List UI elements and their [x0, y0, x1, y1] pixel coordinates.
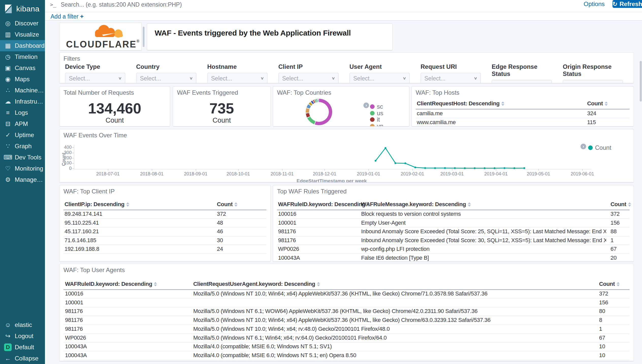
table-cell: 30: [217, 236, 223, 245]
table-cell: 100043A: [278, 254, 300, 262]
row-divider: [277, 254, 630, 254]
data-point[interactable]: [424, 167, 426, 169]
filter-select-origin-response-status[interactable]: Select...∨: [563, 80, 623, 83]
sidebar-item-uptime[interactable]: ✓Uptime: [0, 129, 45, 141]
filter-select-edge-response-status[interactable]: Select...∨: [492, 80, 552, 83]
data-point[interactable]: [523, 167, 525, 169]
table-cell: 100043A: [65, 351, 87, 360]
table-cell: 372: [599, 289, 608, 298]
monitoring-icon: ♡: [4, 165, 12, 172]
sidebar-item-label: elastic: [15, 321, 45, 328]
sidebar-item-label: Dev Tools: [15, 154, 45, 161]
data-point[interactable]: [405, 162, 406, 164]
sidebar-item-visualize[interactable]: ▥Visualize: [0, 29, 45, 40]
data-point[interactable]: [454, 167, 456, 169]
refresh-icon: ↻: [612, 1, 617, 8]
sort-icon[interactable]: [468, 202, 471, 207]
sidebar-item-label: Canvas: [15, 64, 45, 72]
data-point[interactable]: [464, 167, 466, 169]
sidebar-item-management[interactable]: ⚙Management: [0, 174, 45, 185]
dashboard-icon: ▦: [4, 42, 12, 49]
data-point[interactable]: [474, 167, 476, 169]
legend-expand-icon[interactable]: ›: [581, 144, 586, 149]
chevron-down-icon: ∨: [545, 83, 549, 83]
sidebar-item-machine-le[interactable]: ∴Machine Le...: [0, 85, 45, 96]
filter-label: Request URI: [421, 63, 487, 70]
table-cell: 67: [599, 334, 605, 342]
page-scrollbar[interactable]: [640, 61, 642, 102]
add-filter-button[interactable]: Add a filter +: [51, 13, 84, 20]
column-header-count[interactable]: Count: [599, 281, 620, 287]
x-tick-label: 2018-11-01: [264, 171, 300, 177]
sidebar-item-logout[interactable]: ↪Logout: [0, 330, 45, 342]
legend-item-us[interactable]: us: [370, 110, 383, 117]
column-header-count[interactable]: Count: [611, 201, 631, 208]
data-point[interactable]: [414, 167, 416, 168]
sort-icon[interactable]: [234, 202, 237, 207]
data-point[interactable]: [375, 160, 376, 162]
kibana-home-link[interactable]: kibana: [0, 0, 45, 18]
sidebar-item-timelion[interactable]: ◷Timelion: [0, 51, 45, 62]
options-button[interactable]: Options: [576, 0, 612, 8]
filter-select-client-ip[interactable]: Select...∨: [278, 73, 339, 83]
sidebar-item-graph[interactable]: ∵Graph: [0, 141, 45, 152]
column-header-wafruleid-keyword-descending[interactable]: WAFRuleID.keyword: Descending: [278, 201, 370, 208]
column-header-count[interactable]: Count: [217, 201, 237, 208]
logout-icon: ↪: [4, 333, 12, 340]
column-header-clientrequestuseragent-keyword-descending[interactable]: ClientRequestUserAgent.keyword: Descendi…: [193, 281, 320, 287]
sort-icon[interactable]: [605, 102, 608, 106]
data-point[interactable]: [513, 167, 515, 169]
sort-icon[interactable]: [154, 282, 157, 286]
sidebar-item-canvas[interactable]: ▣Canvas: [0, 62, 45, 74]
filter-select-country[interactable]: Select...∨: [136, 73, 196, 83]
sort-icon[interactable]: [126, 202, 129, 207]
sidebar-item-default[interactable]: DDefault: [0, 342, 45, 353]
column-header-clientip-ip-descending[interactable]: ClientIP.ip: Descending: [65, 201, 129, 208]
legend-item-sc[interactable]: sc: [370, 103, 383, 110]
sort-icon[interactable]: [501, 102, 504, 106]
data-point[interactable]: [444, 167, 446, 169]
sidebar-item-collapse[interactable]: ←Collapse: [0, 353, 45, 364]
panel-dashboard-title: WAF - Events triggered by the Web Applic…: [147, 23, 393, 50]
panel-resize-handle[interactable]: [143, 27, 145, 47]
sort-icon[interactable]: [628, 202, 631, 207]
count-line-series: [74, 145, 589, 170]
column-header-wafruleid-keyword-descending[interactable]: WAFRuleID.keyword: Descending: [65, 281, 157, 287]
search-input[interactable]: [60, 1, 441, 9]
data-point[interactable]: [434, 167, 436, 169]
column-header-count[interactable]: Count: [587, 100, 608, 107]
column-header-wafrulemessage-keyword-descending[interactable]: WAFRuleMessage.keyword: Descending: [361, 201, 471, 208]
data-point[interactable]: [494, 167, 495, 169]
filter-select-device-type[interactable]: Select...∨: [65, 73, 125, 83]
sidebar-item-dashboard[interactable]: ▦Dashboard: [0, 40, 45, 51]
legend-expand-icon[interactable]: ›: [363, 103, 369, 108]
data-point[interactable]: [384, 147, 386, 149]
select-placeholder: Select...: [353, 75, 374, 82]
legend-item-vn[interactable]: vn: [370, 123, 383, 127]
select-placeholder: Select...: [282, 75, 303, 82]
data-point[interactable]: [504, 167, 505, 169]
sidebar-item-label: Maps: [15, 76, 45, 83]
sidebar-item-apm[interactable]: ⊟APM: [0, 118, 45, 129]
table-cell: 10: [599, 342, 605, 351]
sidebar-item-elastic[interactable]: ☺elastic: [0, 319, 45, 330]
legend-item-count[interactable]: Count: [588, 144, 611, 151]
sidebar-item-dev-tools[interactable]: ⌨Dev Tools: [0, 152, 45, 163]
sidebar-item-logs[interactable]: ≡Logs: [0, 107, 45, 118]
sort-icon[interactable]: [317, 282, 320, 286]
refresh-button[interactable]: ↻ Refresh: [613, 0, 642, 8]
sort-icon[interactable]: [617, 282, 620, 286]
data-point[interactable]: [484, 167, 486, 169]
sidebar-item-maps[interactable]: ◉Maps: [0, 74, 45, 85]
sidebar-item-discover[interactable]: ◎Discover: [0, 18, 45, 29]
filter-select-user-agent[interactable]: Select...∨: [349, 73, 410, 83]
table-cell: 67: [611, 245, 617, 254]
panel-title: WAF Events Over Time: [63, 132, 127, 139]
column-header-clientrequesthost-descending[interactable]: ClientRequestHost: Descending: [417, 100, 504, 107]
sidebar-item-monitoring[interactable]: ♡Monitoring: [0, 163, 45, 174]
filter-select-request-uri[interactable]: Select...∨: [421, 73, 481, 83]
data-point[interactable]: [394, 162, 396, 164]
sidebar-item-infrastructure[interactable]: ☁Infrastructure: [0, 96, 45, 107]
filter-select-hostname[interactable]: Select...∨: [207, 73, 267, 83]
legend-item-it[interactable]: it: [370, 116, 380, 123]
